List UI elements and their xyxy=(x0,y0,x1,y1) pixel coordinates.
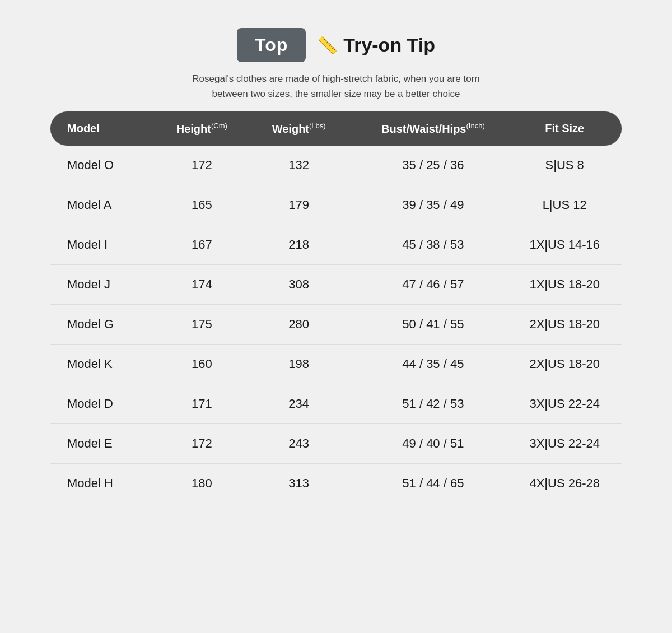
cell-bwh: 35 / 25 / 36 xyxy=(347,146,519,185)
table-row: Model J17430847 / 46 / 571X|US 18-20 xyxy=(50,265,622,305)
cell-weight: 132 xyxy=(250,146,347,185)
cell-height: 172 xyxy=(153,424,250,464)
cell-bwh: 51 / 44 / 65 xyxy=(347,464,519,504)
cell-weight: 218 xyxy=(250,225,347,265)
try-on-tip-text: Try-on Tip xyxy=(343,34,435,56)
cell-fit_size: 4X|US 26-28 xyxy=(519,464,622,504)
cell-weight: 308 xyxy=(250,265,347,305)
table-header-row: Model Height(Cm) Weight(Lbs) Bust/Waist/… xyxy=(50,111,622,146)
cell-fit_size: S|US 8 xyxy=(519,146,622,185)
subtitle-line2: between two sizes, the smaller size may … xyxy=(212,89,460,99)
table-row: Model G17528050 / 41 / 552X|US 18-20 xyxy=(50,305,622,345)
table-row: Model O17213235 / 25 / 36S|US 8 xyxy=(50,146,622,185)
main-container: Top 📏 Try-on Tip Rosegal's clothes are m… xyxy=(28,11,644,525)
cell-model: Model D xyxy=(50,384,153,424)
size-table: Model Height(Cm) Weight(Lbs) Bust/Waist/… xyxy=(50,111,622,503)
cell-model: Model E xyxy=(50,424,153,464)
cell-height: 180 xyxy=(153,464,250,504)
cell-bwh: 47 / 46 / 57 xyxy=(347,265,519,305)
cell-weight: 313 xyxy=(250,464,347,504)
cell-model: Model G xyxy=(50,305,153,345)
cell-model: Model J xyxy=(50,265,153,305)
col-header-fit: Fit Size xyxy=(519,111,622,146)
subtitle: Rosegal's clothes are made of high-stret… xyxy=(50,71,622,101)
top-badge: Top xyxy=(237,28,306,62)
cell-fit_size: 3X|US 22-24 xyxy=(519,384,622,424)
table-body: Model O17213235 / 25 / 36S|US 8Model A16… xyxy=(50,146,622,503)
cell-model: Model A xyxy=(50,185,153,225)
header-section: Top 📏 Try-on Tip xyxy=(50,28,622,62)
cell-height: 172 xyxy=(153,146,250,185)
cell-model: Model I xyxy=(50,225,153,265)
cell-model: Model O xyxy=(50,146,153,185)
table-row: Model K16019844 / 35 / 452X|US 18-20 xyxy=(50,345,622,384)
col-header-height: Height(Cm) xyxy=(153,111,250,146)
cell-fit_size: 1X|US 14-16 xyxy=(519,225,622,265)
table-row: Model D17123451 / 42 / 533X|US 22-24 xyxy=(50,384,622,424)
table-row: Model I16721845 / 38 / 531X|US 14-16 xyxy=(50,225,622,265)
cell-height: 171 xyxy=(153,384,250,424)
cell-fit_size: 3X|US 22-24 xyxy=(519,424,622,464)
cell-bwh: 44 / 35 / 45 xyxy=(347,345,519,384)
ruler-icon: 📏 xyxy=(317,35,338,55)
cell-weight: 243 xyxy=(250,424,347,464)
cell-bwh: 45 / 38 / 53 xyxy=(347,225,519,265)
cell-height: 174 xyxy=(153,265,250,305)
cell-weight: 280 xyxy=(250,305,347,345)
cell-bwh: 51 / 42 / 53 xyxy=(347,384,519,424)
col-header-model: Model xyxy=(50,111,153,146)
cell-weight: 198 xyxy=(250,345,347,384)
table-row: Model A16517939 / 35 / 49L|US 12 xyxy=(50,185,622,225)
cell-model: Model K xyxy=(50,345,153,384)
cell-fit_size: 1X|US 18-20 xyxy=(519,265,622,305)
cell-model: Model H xyxy=(50,464,153,504)
cell-height: 160 xyxy=(153,345,250,384)
cell-height: 167 xyxy=(153,225,250,265)
try-on-tip-title: 📏 Try-on Tip xyxy=(317,34,435,56)
size-table-wrapper: Model Height(Cm) Weight(Lbs) Bust/Waist/… xyxy=(50,111,622,503)
cell-fit_size: 2X|US 18-20 xyxy=(519,345,622,384)
cell-weight: 179 xyxy=(250,185,347,225)
col-header-weight: Weight(Lbs) xyxy=(250,111,347,146)
cell-bwh: 49 / 40 / 51 xyxy=(347,424,519,464)
cell-bwh: 39 / 35 / 49 xyxy=(347,185,519,225)
table-row: Model H18031351 / 44 / 654X|US 26-28 xyxy=(50,464,622,504)
cell-height: 165 xyxy=(153,185,250,225)
cell-fit_size: 2X|US 18-20 xyxy=(519,305,622,345)
cell-height: 175 xyxy=(153,305,250,345)
subtitle-line1: Rosegal's clothes are made of high-stret… xyxy=(192,73,480,84)
cell-fit_size: L|US 12 xyxy=(519,185,622,225)
cell-weight: 234 xyxy=(250,384,347,424)
cell-bwh: 50 / 41 / 55 xyxy=(347,305,519,345)
col-header-bwh: Bust/Waist/Hips(Inch) xyxy=(347,111,519,146)
table-row: Model E17224349 / 40 / 513X|US 22-24 xyxy=(50,424,622,464)
